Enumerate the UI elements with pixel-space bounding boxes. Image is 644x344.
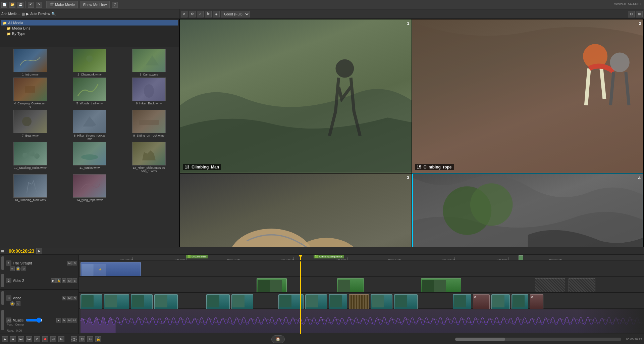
- redo-icon[interactable]: ↷: [36, 2, 42, 8]
- track-4-mute-dot[interactable]: ●: [56, 318, 61, 323]
- preview-sync-btn[interactable]: ⌂: [197, 11, 204, 17]
- media-thumb-6[interactable]: 6_Hiker_Back.wmv: [120, 78, 178, 108]
- clip-v3-9[interactable]: [329, 294, 347, 310]
- clip-v3-7[interactable]: [278, 294, 304, 310]
- clip-v3-5[interactable]: [206, 294, 230, 310]
- media-thumb-14[interactable]: 14_tying_rope.wmv: [61, 174, 119, 202]
- timeline-goto-btn[interactable]: ▶: [36, 248, 42, 254]
- auto-preview-icon[interactable]: ▶: [26, 12, 29, 16]
- preview-fx-btn[interactable]: fx: [205, 11, 212, 17]
- track-4-mute[interactable]: M: [67, 318, 72, 323]
- preview-settings-btn[interactable]: ⚙: [189, 11, 196, 17]
- tl-prev-btn[interactable]: ⏮: [18, 336, 24, 342]
- tl-scrub-btn[interactable]: ◁▷: [71, 336, 77, 342]
- track-1-mute[interactable]: M: [67, 261, 72, 265]
- clip-v2-1[interactable]: [257, 278, 287, 293]
- track-3-fx[interactable]: fx: [62, 296, 66, 300]
- clip-v3-16[interactable]: [512, 294, 528, 310]
- timeline-grip[interactable]: [1, 250, 4, 252]
- clip-v3-8[interactable]: [305, 294, 327, 310]
- media-thumb-5[interactable]: 5_Woods_trail.wmv: [61, 78, 119, 108]
- tl-stop-btn[interactable]: ■: [10, 336, 16, 342]
- track-4-solo[interactable]: Inf.: [72, 318, 77, 323]
- media-thumb-13[interactable]: 13_Climbing_Man.wmv: [1, 174, 59, 202]
- track-3-mute[interactable]: M: [67, 296, 72, 300]
- track-3-key-btn[interactable]: ◇: [16, 301, 20, 306]
- preview-color-btn[interactable]: ◈: [213, 11, 220, 17]
- track-1-lock-btn[interactable]: 🔒: [16, 266, 20, 271]
- tl-next-btn[interactable]: ⏭: [26, 336, 32, 342]
- clip-v2-4[interactable]: [535, 278, 565, 293]
- undo-icon[interactable]: ↶: [28, 2, 34, 8]
- media-thumb-8[interactable]: 8_Hiker_throws_rock.wmv: [61, 110, 119, 141]
- media-thumb-9[interactable]: 9_Sitting_on_rock.wmv: [120, 110, 178, 141]
- track-drag-2[interactable]: [1, 274, 4, 287]
- clip-v3-10[interactable]: [349, 294, 369, 310]
- tl-lock-btn[interactable]: 🔒: [95, 336, 101, 342]
- track-3-lock-btn[interactable]: 🔒: [10, 301, 15, 306]
- tl-play-btn[interactable]: ▶: [2, 336, 8, 342]
- track-drag-4[interactable]: [1, 310, 4, 330]
- home-icon-btn[interactable]: 🏠: [271, 335, 285, 343]
- media-thumb-4[interactable]: 4_Camping_Cooker.wmv: [1, 78, 59, 108]
- tl-next-marker-btn[interactable]: ⊳: [58, 336, 64, 342]
- track-2-mute[interactable]: M: [67, 278, 72, 283]
- clip-v3-17[interactable]: ✕: [530, 294, 543, 310]
- preview-ext-btn[interactable]: ⊡: [628, 11, 635, 17]
- playhead[interactable]: [300, 255, 301, 260]
- clip-v3-4[interactable]: [154, 294, 178, 310]
- clip-v2-2[interactable]: [337, 278, 364, 293]
- clip-title-1[interactable]: ⚡: [80, 262, 141, 277]
- clip-v3-12[interactable]: [394, 294, 418, 310]
- media-thumb-1[interactable]: 1_Intro.wmv: [1, 49, 59, 76]
- track-2-lock[interactable]: 🔒: [56, 278, 61, 283]
- media-thumb-3[interactable]: 3_Camp.wmv: [120, 49, 178, 76]
- track-1-solo[interactable]: S: [72, 261, 77, 265]
- list-view-icon[interactable]: ▦: [21, 12, 25, 16]
- clip-v3-1[interactable]: [80, 294, 102, 310]
- track-1-fx-btn[interactable]: fx: [10, 266, 15, 271]
- timeline-scrollbar[interactable]: [455, 338, 621, 341]
- make-movie-button[interactable]: 🎬 Make Movie: [46, 1, 78, 8]
- tree-item-media-bins[interactable]: 📁 Media Bins: [1, 26, 178, 31]
- clip-v3-6[interactable]: [231, 294, 253, 310]
- new-icon[interactable]: 📄: [1, 2, 7, 8]
- track-2-expand[interactable]: ▶: [51, 278, 56, 283]
- tl-cut-btn[interactable]: ✂: [87, 336, 93, 342]
- clip-v2-3[interactable]: [421, 278, 461, 293]
- media-thumb-10[interactable]: 10_Stacking_rocks.wmv: [1, 142, 59, 173]
- tl-rec-btn[interactable]: ⏺: [42, 336, 48, 342]
- track-2-solo[interactable]: S: [72, 278, 77, 283]
- tree-item-all-media[interactable]: 📁 All Media: [1, 20, 178, 26]
- clip-v2-5[interactable]: [569, 278, 595, 293]
- search-icon[interactable]: 🔍: [51, 12, 56, 16]
- track-4-fx[interactable]: fx: [62, 318, 66, 323]
- tl-loop-btn[interactable]: ↺: [34, 336, 40, 342]
- clip-v3-11[interactable]: [371, 294, 392, 310]
- vol-slider[interactable]: [26, 319, 43, 322]
- media-thumb-12[interactable]: 12_Hiker_shilouettes-subdip_1.wmv: [120, 142, 178, 173]
- auto-preview-button[interactable]: Auto Preview: [30, 12, 50, 16]
- timeline-ruler[interactable]: 0:00:00:00 0:00:05:00 0:00:10:00 0:00:15…: [79, 255, 644, 260]
- clip-v3-14[interactable]: ✕: [473, 294, 490, 310]
- timeline-end-marker[interactable]: [519, 255, 523, 260]
- track-1-key-btn[interactable]: ◇: [21, 266, 26, 271]
- tree-item-by-type[interactable]: 📁 By Type: [1, 31, 178, 36]
- clip-v3-15[interactable]: [491, 294, 510, 310]
- media-thumb-7[interactable]: 7_Bear.wmv: [1, 110, 59, 141]
- quality-select[interactable]: Good (Full): [221, 11, 250, 17]
- preview-close-btn[interactable]: ✕: [181, 11, 187, 17]
- track-drag-3[interactable]: [1, 291, 4, 305]
- open-icon[interactable]: 📂: [9, 2, 15, 8]
- marker-grizzly-bear[interactable]: 🟩 Grizzly Bear: [186, 255, 208, 258]
- tl-snap-btn[interactable]: ⊡: [79, 336, 85, 342]
- media-thumb-11[interactable]: 11_turtles.wmv: [61, 142, 119, 173]
- show-me-how-button[interactable]: Show Me How: [80, 1, 110, 8]
- preview-split-btn[interactable]: ⊞: [636, 11, 643, 17]
- clip-v3-13[interactable]: [453, 294, 471, 310]
- add-media-button[interactable]: Add Media...: [1, 12, 20, 16]
- clip-v3-2[interactable]: [104, 294, 129, 310]
- marker-climbing-sequence[interactable]: 🟩 Climbing Sequence: [314, 255, 344, 258]
- help-icon[interactable]: ?: [112, 2, 118, 8]
- track-3-solo[interactable]: S: [72, 296, 77, 300]
